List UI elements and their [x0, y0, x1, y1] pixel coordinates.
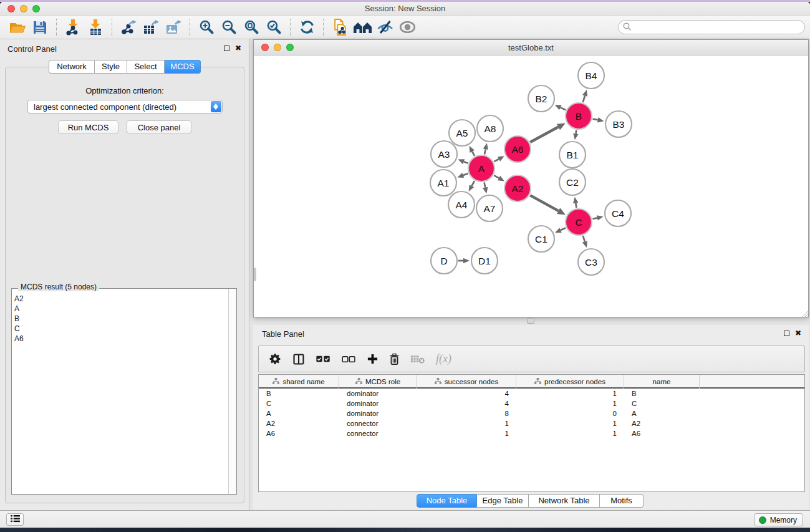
- graph-node-B4[interactable]: B4: [578, 62, 604, 89]
- graph-node-B3[interactable]: B3: [605, 111, 632, 137]
- control-tab-network[interactable]: Network: [49, 60, 95, 74]
- delete-table-button[interactable]: [410, 354, 425, 364]
- column-header-name[interactable]: name: [624, 375, 700, 389]
- table-row[interactable]: A2connector11A2: [259, 418, 804, 428]
- column-header-MCDS-role[interactable]: MCDS role: [339, 375, 417, 389]
- home-button[interactable]: [351, 17, 374, 37]
- mcds-result-item[interactable]: C: [14, 324, 24, 334]
- column-header-predecessor-nodes[interactable]: predecessor nodes: [516, 375, 624, 389]
- graph-node-A7[interactable]: A7: [476, 195, 503, 221]
- function-builder-button[interactable]: f(x): [436, 352, 451, 365]
- graph-node-B1[interactable]: B1: [559, 142, 586, 168]
- graph-node-A6[interactable]: A6: [504, 136, 531, 162]
- graph-node-C[interactable]: C: [566, 209, 592, 235]
- network-canvas[interactable]: B4B2BB3A8A5A6A3B1AA1C2A2A4A7C4CC1C3DD1: [254, 56, 808, 317]
- graph-node-A2[interactable]: A2: [504, 175, 531, 201]
- export-network-button[interactable]: [117, 17, 140, 37]
- graph-edge-A-A7[interactable]: [485, 183, 486, 188]
- import-network-button[interactable]: [62, 17, 84, 37]
- graph-edge-B-B1[interactable]: [576, 130, 576, 134]
- zoom-selected-button[interactable]: [263, 17, 285, 37]
- task-history-button[interactable]: [6, 513, 24, 526]
- graph-edge-B-B4[interactable]: [583, 95, 585, 102]
- mcds-result-item[interactable]: A6: [14, 334, 24, 344]
- zoom-in-button[interactable]: [195, 17, 218, 37]
- canvas-vscroll-thumb[interactable]: [254, 268, 256, 281]
- graph-node-C1[interactable]: C1: [528, 226, 554, 252]
- graph-edge-B-B3[interactable]: [593, 119, 598, 120]
- graph-node-B[interactable]: B: [566, 103, 592, 129]
- graph-edge-A6-B[interactable]: [530, 127, 558, 142]
- graph-node-C3[interactable]: C3: [578, 249, 604, 275]
- open-session-button[interactable]: [6, 17, 29, 37]
- deselect-all-button[interactable]: [342, 355, 356, 363]
- network-graph[interactable]: B4B2BB3A8A5A6A3B1AA1C2A2A4A7C4CC1C3DD1: [254, 56, 808, 317]
- float-panel-icon[interactable]: [224, 46, 229, 51]
- float-table-panel-icon[interactable]: [784, 331, 789, 336]
- graph-node-A8[interactable]: A8: [477, 115, 503, 142]
- import-table-button[interactable]: [84, 17, 107, 37]
- graph-edge-A-A1[interactable]: [463, 173, 468, 175]
- graph-edge-C-C2[interactable]: [576, 203, 576, 208]
- show-all-button[interactable]: [396, 17, 418, 37]
- table-tab-edge-table[interactable]: Edge Table: [477, 494, 529, 508]
- graph-node-A[interactable]: A: [468, 155, 494, 181]
- graph-edge-A-A2[interactable]: [494, 175, 499, 178]
- graph-node-A5[interactable]: A5: [449, 120, 475, 146]
- graph-edge-C-C1[interactable]: [561, 228, 566, 230]
- graph-edge-A-A6[interactable]: [494, 159, 499, 162]
- show-columns-button[interactable]: [292, 353, 305, 365]
- graph-edge-A-A5[interactable]: [472, 152, 475, 156]
- graph-edge-A2-C[interactable]: [530, 195, 558, 211]
- control-tab-style[interactable]: Style: [95, 60, 127, 74]
- graph-node-D1[interactable]: D1: [471, 248, 498, 274]
- result-scrollbar[interactable]: [228, 289, 236, 494]
- graph-edge-A-A8[interactable]: [485, 149, 486, 154]
- graph-node-C2[interactable]: C2: [559, 169, 586, 195]
- close-table-panel-icon[interactable]: ✖: [795, 330, 801, 336]
- hide-selected-button[interactable]: [374, 17, 396, 37]
- table-tab-motifs[interactable]: Motifs: [600, 494, 644, 508]
- graph-edge-B-B2[interactable]: [561, 107, 566, 110]
- control-tab-select[interactable]: Select: [127, 60, 165, 74]
- graph-node-C4[interactable]: C4: [605, 200, 631, 226]
- delete-column-button[interactable]: [389, 353, 400, 365]
- criterion-select[interactable]: largest connected component (directed): [27, 100, 223, 114]
- table-row[interactable]: Cdominator41C: [259, 399, 804, 409]
- add-column-button[interactable]: [367, 353, 378, 365]
- clone-network-button[interactable]: [329, 17, 351, 37]
- select-all-button[interactable]: [316, 355, 331, 363]
- table-row[interactable]: A6connector11A6: [259, 428, 804, 438]
- graph-node-A1[interactable]: A1: [430, 170, 456, 196]
- graph-edge-A-A4[interactable]: [471, 181, 474, 186]
- mcds-result-item[interactable]: B: [14, 314, 24, 324]
- window-resize-grip[interactable]: [800, 309, 808, 317]
- column-header-successor-nodes[interactable]: successor nodes: [417, 375, 516, 389]
- memory-button[interactable]: Memory: [754, 513, 803, 526]
- graph-edge-C-C3[interactable]: [583, 236, 585, 242]
- graph-node-B2[interactable]: B2: [528, 85, 554, 112]
- search-input[interactable]: [618, 20, 805, 34]
- split-divider-handle[interactable]: [527, 318, 534, 324]
- zoom-fit-button[interactable]: [240, 17, 263, 37]
- close-panel-icon[interactable]: ✖: [235, 45, 241, 51]
- close-panel-button[interactable]: Close panel: [127, 120, 191, 134]
- save-session-button[interactable]: [29, 17, 51, 37]
- mcds-result-item[interactable]: A2: [14, 294, 24, 304]
- column-header-shared-name[interactable]: shared name: [259, 375, 339, 389]
- graph-edge-A-A3[interactable]: [464, 162, 468, 163]
- graph-edge-C-C4[interactable]: [592, 218, 597, 219]
- table-tab-network-table[interactable]: Network Table: [529, 494, 600, 508]
- table-settings-button[interactable]: [269, 352, 282, 365]
- graph-node-A3[interactable]: A3: [431, 141, 457, 167]
- graph-node-A4[interactable]: A4: [448, 191, 475, 218]
- zoom-out-button[interactable]: [218, 17, 240, 37]
- graph-node-D[interactable]: D: [431, 248, 457, 274]
- control-tab-mcds[interactable]: MCDS: [165, 60, 201, 74]
- mcds-result-item[interactable]: A: [14, 304, 24, 314]
- refresh-view-button[interactable]: [296, 17, 318, 37]
- table-tab-node-table[interactable]: Node Table: [417, 494, 477, 508]
- table-row[interactable]: Adominator80A: [259, 409, 804, 418]
- export-table-button[interactable]: [140, 17, 162, 37]
- export-image-button[interactable]: [162, 17, 185, 37]
